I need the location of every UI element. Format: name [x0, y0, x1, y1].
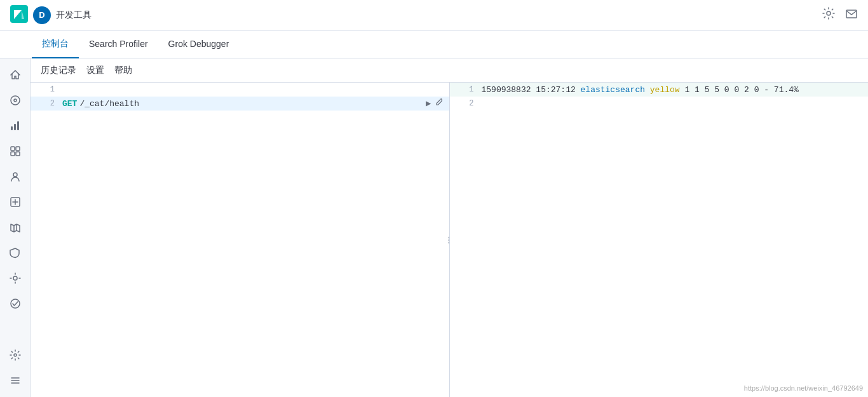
- line-content-2: GET /_cat/health: [62, 99, 426, 109]
- apm-icon[interactable]: [4, 292, 27, 315]
- app-title: 开发工具: [56, 10, 92, 21]
- svg-rect-10: [11, 152, 15, 156]
- output-num-2: 2: [455, 99, 474, 108]
- svg-point-18: [448, 239, 450, 241]
- main-layout: 历史记录 设置 帮助 1 2 GET: [0, 58, 868, 397]
- settings-header-icon[interactable]: [822, 7, 835, 23]
- siem-icon[interactable]: [4, 241, 27, 264]
- output-editor: 1 1590938832 15:27:12 elasticsearch yell…: [450, 83, 869, 397]
- svg-rect-7: [17, 121, 19, 130]
- editor-line-1: 1: [31, 83, 449, 97]
- tab-grok-debugger[interactable]: Grok Debugger: [158, 30, 240, 58]
- numbers-value: 1 1 5 5 0 0 2 0 -: [684, 85, 773, 95]
- watermark: https://blog.csdn.net/weixin_46792649: [744, 384, 863, 392]
- mail-header-icon[interactable]: [845, 7, 858, 23]
- svg-point-16: [14, 354, 17, 356]
- management-icon[interactable]: [4, 344, 27, 367]
- line-actions: ▶: [426, 98, 444, 109]
- line-num-2: 2: [36, 99, 55, 108]
- output-line-2: 2: [450, 97, 869, 111]
- dashboard-icon[interactable]: [4, 140, 27, 163]
- time-value: 15:27:12: [536, 85, 575, 95]
- maps-icon[interactable]: [4, 216, 27, 239]
- run-icon[interactable]: ▶: [426, 98, 431, 109]
- home-icon[interactable]: [4, 64, 27, 86]
- path-keyword: /_cat/health: [79, 99, 139, 109]
- percent-value: 71.4%: [774, 85, 799, 95]
- sidebar: [0, 58, 31, 397]
- canvas-icon[interactable]: [4, 191, 27, 213]
- status-value: yellow: [650, 85, 680, 95]
- devtools-toolbar: 历史记录 设置 帮助: [31, 58, 868, 83]
- top-header: D 开发工具: [0, 0, 868, 30]
- ml-icon[interactable]: [4, 267, 27, 290]
- discover-icon[interactable]: [4, 89, 27, 112]
- logo-area: D 开发工具: [10, 5, 92, 25]
- svg-point-4: [14, 99, 17, 102]
- svg-rect-8: [11, 147, 15, 151]
- sidebar-bottom: [4, 344, 27, 397]
- editor-area: 1 2 GET /_cat/health ▶: [31, 83, 868, 397]
- svg-point-12: [13, 173, 17, 177]
- method-keyword: GET: [62, 99, 77, 109]
- tab-console[interactable]: 控制台: [32, 30, 79, 58]
- tab-bar: 控制台 Search Profiler Grok Debugger: [0, 30, 868, 58]
- collapse-icon[interactable]: [4, 369, 27, 392]
- history-button[interactable]: 历史记录: [41, 65, 76, 76]
- svg-point-14: [13, 276, 17, 280]
- output-num-1: 1: [455, 85, 474, 94]
- epoch-value: 1590938832: [482, 85, 531, 95]
- wrench-icon[interactable]: [435, 98, 444, 109]
- code-editor[interactable]: 1 2 GET /_cat/health ▶: [31, 83, 449, 397]
- svg-rect-9: [16, 147, 20, 151]
- header-icons: [822, 7, 858, 23]
- settings-button[interactable]: 设置: [86, 65, 104, 76]
- svg-point-3: [11, 96, 20, 105]
- help-button[interactable]: 帮助: [114, 65, 132, 76]
- content-area: 历史记录 设置 帮助 1 2 GET: [31, 58, 868, 397]
- svg-rect-11: [16, 152, 20, 156]
- output-line-1: 1 1590938832 15:27:12 elasticsearch yell…: [450, 83, 869, 97]
- svg-point-19: [448, 241, 450, 243]
- left-panel: 1 2 GET /_cat/health ▶: [31, 83, 450, 397]
- cluster-value: elasticsearch: [581, 85, 645, 95]
- editor-line-2: 2 GET /_cat/health ▶: [31, 97, 449, 111]
- user-mgmt-icon[interactable]: [4, 165, 27, 188]
- svg-rect-6: [14, 124, 16, 130]
- svg-rect-5: [11, 126, 13, 130]
- svg-rect-0: [10, 5, 28, 23]
- output-text-1: 1590938832 15:27:12 elasticsearch yellow…: [482, 85, 799, 95]
- visualize-icon[interactable]: [4, 114, 27, 137]
- resize-handle[interactable]: [447, 227, 450, 253]
- svg-point-1: [827, 11, 831, 15]
- line-num-1: 1: [36, 85, 55, 94]
- svg-point-15: [11, 299, 20, 308]
- tab-search-profiler[interactable]: Search Profiler: [79, 30, 158, 58]
- user-avatar[interactable]: D: [33, 6, 51, 24]
- svg-rect-2: [846, 10, 857, 18]
- right-panel: 1 1590938832 15:27:12 elasticsearch yell…: [450, 83, 869, 397]
- svg-point-17: [448, 236, 450, 238]
- kibana-logo: [10, 5, 28, 25]
